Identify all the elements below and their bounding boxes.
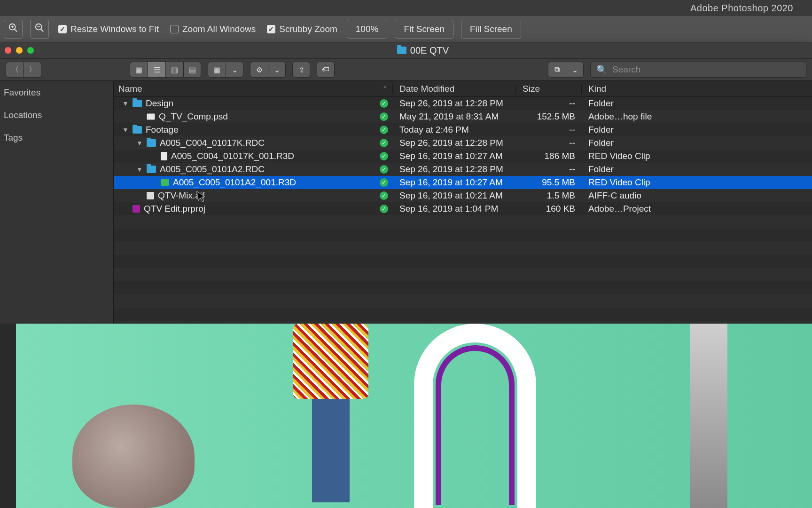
sidebar-item-tags[interactable]: Tags	[0, 130, 113, 146]
image-content	[690, 324, 727, 508]
folder-icon	[147, 139, 156, 147]
checkbox-icon	[267, 25, 275, 33]
table-row[interactable]: A005_C004_01017K_001.R3D✓Sep 16, 2019 at…	[114, 150, 812, 163]
list-icon: ☰	[154, 65, 160, 74]
psd-icon	[147, 113, 155, 120]
file-name: A005_C004_01017K_001.R3D	[171, 151, 294, 161]
table-row[interactable]: ▼Design✓Sep 26, 2019 at 12:28 PM--Folder	[114, 97, 812, 110]
app-title: Adobe Photoshop 2020	[690, 3, 793, 14]
photoshop-options-bar: Resize Windows to Fit Zoom All Windows S…	[0, 16, 812, 42]
column-name[interactable]: Name ⌃	[114, 84, 393, 94]
search-icon: 🔍	[596, 64, 608, 75]
finder-sidebar: Favorites Locations Tags	[0, 81, 114, 324]
disclosure-triangle-icon[interactable]: ▼	[122, 126, 129, 134]
arrange-menu[interactable]: ▦ ⌄	[208, 62, 243, 78]
sync-status-icon: ✓	[380, 139, 388, 147]
view-mode-segment: ▦ ☰ ▥ ▤	[130, 62, 201, 78]
table-row[interactable]: QTV Edit.prproj✓Sep 16, 2019 at 1:04 PM1…	[114, 202, 812, 215]
file-size: 95.5 MB	[516, 177, 582, 188]
file-kind: Folder	[582, 125, 812, 135]
pr-icon	[133, 205, 140, 213]
column-size[interactable]: Size	[516, 84, 582, 94]
fit-screen-button[interactable]: Fit Screen	[395, 20, 453, 39]
zoom-all-windows-checkbox[interactable]: Zoom All Windows	[168, 24, 258, 34]
sync-status-icon: ✓	[380, 178, 388, 187]
share-button[interactable]: ⇪	[292, 62, 310, 78]
photoshop-canvas[interactable]	[0, 324, 812, 508]
action-menu[interactable]: ⚙ ⌄	[250, 62, 286, 78]
close-icon[interactable]	[5, 47, 11, 54]
sync-status-icon: ✓	[380, 112, 388, 121]
file-name: QTV-Mix.aif	[158, 190, 204, 201]
file-list: Name ⌃ Date Modified Size Kind ▼Design✓S…	[114, 81, 812, 324]
dropbox-menu[interactable]: ⧉ ⌄	[548, 62, 584, 78]
disclosure-triangle-icon[interactable]: ▼	[122, 100, 129, 107]
list-view-button[interactable]: ☰	[148, 62, 165, 78]
table-row[interactable]: ▼A005_C005_0101A2.RDC✓Sep 26, 2019 at 12…	[114, 163, 812, 176]
file-size: 186 MB	[516, 151, 582, 161]
chevron-down-icon: ⌄	[572, 65, 578, 74]
file-date: Sep 16, 2019 at 10:27 AM	[393, 151, 516, 161]
file-name: A005_C005_0101A2.RDC	[160, 164, 265, 175]
icon-view-button[interactable]: ▦	[130, 62, 148, 78]
file-name: QTV Edit.prproj	[144, 204, 205, 214]
image-content	[72, 405, 195, 508]
file-rows: ▼Design✓Sep 26, 2019 at 12:28 PM--Folder…	[114, 97, 812, 324]
chevron-left-icon: 〈	[11, 65, 19, 75]
file-size: 1.5 MB	[516, 190, 582, 201]
zoom-out-button[interactable]	[30, 20, 49, 39]
table-row[interactable]: QTV-Mix.aif✓Sep 16, 2019 at 10:21 AM1.5 …	[114, 189, 812, 202]
search-field[interactable]: 🔍	[590, 62, 806, 78]
gallery-view-button[interactable]: ▤	[183, 62, 201, 78]
sync-status-icon: ✓	[380, 152, 388, 160]
column-headers: Name ⌃ Date Modified Size Kind	[114, 81, 812, 97]
finder-titlebar[interactable]: 00E QTV	[0, 42, 812, 58]
table-row[interactable]: ▼A005_C004_01017K.RDC✓Sep 26, 2019 at 12…	[114, 136, 812, 150]
file-kind: Folder	[582, 138, 812, 148]
folder-icon	[133, 100, 142, 107]
columns-icon: ▥	[171, 65, 178, 74]
zoom-level-field[interactable]: 100%	[347, 20, 388, 39]
file-date: Sep 16, 2019 at 10:21 AM	[393, 190, 516, 201]
window-title: 00E QTV	[39, 45, 807, 56]
file-date: Today at 2:46 PM	[393, 125, 516, 135]
column-view-button[interactable]: ▥	[165, 62, 183, 78]
back-button[interactable]: 〈	[6, 62, 23, 78]
sidebar-item-locations[interactable]: Locations	[0, 107, 113, 123]
minimize-icon[interactable]	[16, 47, 23, 54]
green-icon	[161, 179, 169, 186]
forward-button[interactable]: 〉	[23, 62, 41, 78]
file-name: A005_C005_0101A2_001.R3D	[173, 177, 296, 188]
disclosure-triangle-icon[interactable]: ▼	[136, 139, 143, 147]
folder-icon	[147, 166, 156, 173]
zoom-in-button[interactable]	[4, 20, 23, 39]
traffic-lights	[5, 47, 34, 54]
title-text: 00E QTV	[410, 45, 449, 56]
magnifier-minus-icon	[34, 23, 45, 35]
chevron-down-icon: ⌄	[274, 65, 280, 74]
table-row[interactable]: Q_TV_Comp.psd✓May 21, 2019 at 8:31 AM152…	[114, 110, 812, 123]
disclosure-triangle-icon[interactable]: ▼	[136, 166, 143, 173]
image-content	[279, 324, 383, 508]
scrubby-zoom-checkbox[interactable]: Scrubby Zoom	[265, 24, 339, 34]
fill-screen-button[interactable]: Fill Screen	[461, 20, 521, 39]
search-input[interactable]	[612, 64, 800, 75]
table-row[interactable]: A005_C005_0101A2_001.R3D✓Sep 16, 2019 at…	[114, 176, 812, 189]
file-kind: Folder	[582, 164, 812, 175]
checkbox-icon	[58, 25, 67, 33]
column-date[interactable]: Date Modified	[393, 84, 516, 94]
dropbox-icon: ⧉	[554, 65, 560, 74]
finder-window: 00E QTV 〈 〉 ▦ ☰ ▥ ▤ ▦ ⌄ ⚙ ⌄ ⇪ 🏷 ⧉ ⌄	[0, 42, 812, 324]
sidebar-item-favorites[interactable]: Favorites	[0, 85, 113, 101]
grid-4-icon: ▦	[135, 65, 142, 74]
file-date: Sep 16, 2019 at 1:04 PM	[393, 204, 516, 214]
resize-windows-checkbox[interactable]: Resize Windows to Fit	[56, 24, 161, 34]
tags-button[interactable]: 🏷	[317, 62, 335, 78]
table-row[interactable]: ▼Footage✓Today at 2:46 PM--Folder	[114, 123, 812, 136]
file-size: --	[516, 138, 582, 148]
fullscreen-icon[interactable]	[27, 47, 34, 54]
checkbox-label: Scrubby Zoom	[279, 24, 337, 34]
file-size: --	[516, 125, 582, 135]
sync-status-icon: ✓	[380, 205, 388, 213]
column-kind[interactable]: Kind	[582, 84, 812, 94]
